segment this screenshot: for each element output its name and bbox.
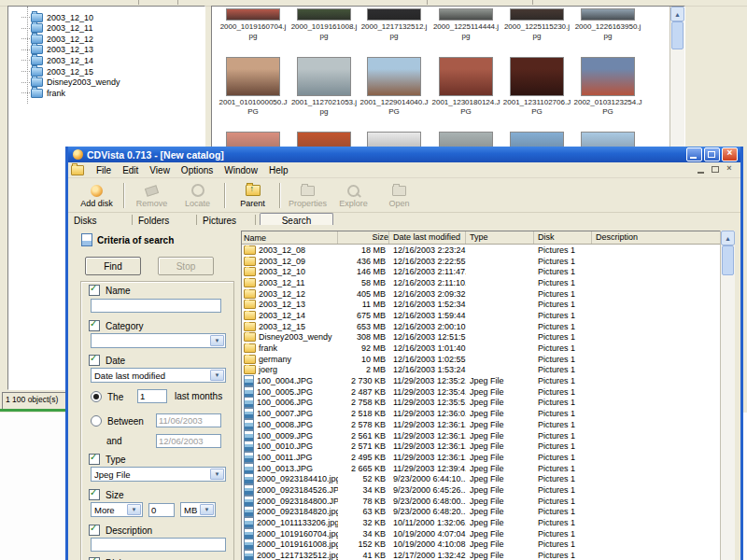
menu-item-help[interactable]: Help [263,165,294,175]
photo-thumbnail[interactable] [226,8,280,21]
photo-thumbnail[interactable] [297,57,351,96]
open-button[interactable]: Open [376,179,422,212]
file-row[interactable]: 100_0008.JPG2 578 KB11/29/2003 12:36:1..… [242,419,721,430]
remove-button[interactable]: Remove [129,179,175,212]
file-row[interactable]: 100_0007.JPG2 518 KB11/29/2003 12:36:0..… [242,408,721,419]
category-checkbox[interactable] [89,320,100,331]
file-row[interactable]: 2000_0923184410.jpg52 KB9/23/2000 6:44:1… [242,473,721,484]
date-from-input[interactable] [156,413,221,427]
photo-thumbnail[interactable] [367,8,421,21]
name-input[interactable] [91,299,221,313]
menu-item-view[interactable]: View [144,165,176,175]
scroll-up-icon[interactable]: ▲ [670,7,684,21]
scrollbar-thumb[interactable] [671,21,684,49]
folder-row[interactable]: 2003_12_15653 MB12/16/2003 2:00:10..Pict… [242,321,721,332]
size-unit-dropdown[interactable]: MB ▼ [180,502,216,517]
mdi-restore-button[interactable] [710,165,721,175]
mdi-close-button[interactable]: × [724,165,735,175]
folder-row[interactable]: germany10 MB12/16/2003 1:02:55..Pictures… [242,354,721,365]
file-row[interactable]: 2000_1019160704.jpg34 KB10/19/2000 4:07:… [242,528,721,539]
stop-button[interactable]: Stop [158,257,214,275]
file-row[interactable]: 100_0011.JPG2 495 KB11/29/2003 12:36:1..… [242,452,721,463]
explore-button[interactable]: Explore [331,179,376,212]
file-row[interactable]: 100_0005.JPG2 487 KB11/29/2003 12:35:4..… [242,386,721,398]
folder-row[interactable]: 2003_12_10146 MB12/16/2003 2:11:47..Pict… [242,266,721,277]
folder-row[interactable]: 2003_12_12405 MB12/16/2003 2:09:32..Pict… [242,288,721,300]
menu-item-options[interactable]: Options [176,165,218,175]
between-radio[interactable] [91,415,102,427]
find-button[interactable]: Find [85,257,141,275]
scrollbar-thumb[interactable] [722,245,734,275]
size-checkbox[interactable] [89,489,100,500]
photo-thumbnail[interactable] [367,57,421,96]
file-row[interactable]: 2000_1217132512.jpg41 KB12/17/2000 1:32:… [242,550,721,560]
type-checkbox[interactable] [89,454,100,465]
scroll-up-icon[interactable]: ▲ [721,231,735,245]
photo-thumbnail[interactable] [510,57,564,96]
file-row[interactable]: 100_0006.JPG2 758 KB11/29/2003 12:35:5..… [242,398,721,409]
file-row[interactable]: 100_0010.JPG2 571 KB11/29/2003 12:36:1..… [242,441,721,452]
file-row[interactable]: 2000_1011133206.jpg32 KB10/11/2000 1:32:… [242,517,721,528]
date-checkbox[interactable] [89,355,100,366]
the-radio[interactable] [91,391,102,402]
tree-item[interactable]: 2003_12_14 [21,55,93,65]
column-header-description[interactable]: Description [592,231,721,244]
size-value-input[interactable] [148,503,175,517]
menu-item-edit[interactable]: Edit [117,165,144,175]
column-header-size[interactable]: Size [338,231,389,244]
folder-row[interactable]: 2003_12_14675 MB12/16/2003 1:59:44..Pict… [242,310,721,321]
size-op-dropdown[interactable]: More ▼ [91,502,143,517]
tree-item[interactable]: Disney2003_wendy [21,77,120,88]
file-row[interactable]: 2000_0923184820.jpg63 KB9/23/2000 6:48:2… [242,507,721,518]
folder-row[interactable]: 2003_12_0818 MB12/16/2003 2:23:24..Pictu… [242,245,721,256]
date-mode-dropdown[interactable]: Date last modified ▼ [91,368,226,383]
parent-button[interactable]: Parent [230,179,275,212]
description-checkbox[interactable] [89,525,100,536]
file-row[interactable]: 100_0004.JPG2 730 KB11/29/2003 12:35:2..… [242,375,721,386]
description-input[interactable] [91,538,226,552]
folder-row[interactable]: 2003_12_1158 MB12/16/2003 2:11:10..Pictu… [242,277,721,288]
file-row[interactable]: 2000_1019161008.jpg152 KB10/19/2000 4:10… [242,539,721,551]
chevron-down-icon[interactable]: ▼ [127,504,141,515]
column-header-name[interactable]: Name [242,231,338,244]
tree-item[interactable]: 2003_12_11 [21,23,92,34]
column-header-type[interactable]: Type [466,231,534,244]
restore-button[interactable] [704,147,720,161]
file-row[interactable]: 2000_0923184526.JPG34 KB9/23/2000 6:45:2… [242,484,721,496]
properties-button[interactable]: Properties [285,179,331,212]
list-scrollbar[interactable]: ▲ [720,231,735,560]
photo-thumbnail[interactable] [510,8,564,21]
photo-thumbnail[interactable] [581,57,635,96]
minimize-button[interactable] [686,147,702,161]
mdi-minimize-button[interactable] [696,165,707,175]
months-count-input[interactable] [137,389,167,403]
title-bar[interactable]: CDVista 0.713 - [New catalog] × [68,147,740,162]
tree-item[interactable]: frank [21,88,65,98]
date-to-input[interactable] [156,434,221,448]
photo-thumbnail[interactable] [439,8,493,21]
chevron-down-icon[interactable]: ▼ [210,469,224,480]
type-dropdown[interactable]: Jpeg File ▼ [91,467,226,482]
add-disk-button[interactable]: Add disk [74,179,120,212]
chevron-down-icon[interactable]: ▼ [210,335,224,346]
close-button[interactable]: × [722,147,738,161]
photo-thumbnail[interactable] [439,57,493,96]
folder-row[interactable]: Disney2003_wendy308 MB12/16/2003 12:51:5… [242,332,721,343]
locate-button[interactable]: Locate [175,179,220,212]
chevron-down-icon[interactable]: ▼ [200,504,214,515]
chevron-down-icon[interactable]: ▼ [210,370,224,381]
menu-item-window[interactable]: Window [218,165,263,175]
column-header-disk[interactable]: Disk [534,231,592,244]
folder-row[interactable]: frank92 MB12/16/2003 1:01:40..Pictures 1 [242,343,721,354]
file-row[interactable]: 100_0009.JPG2 561 KB11/29/2003 12:36:1..… [242,430,721,441]
category-dropdown[interactable]: ▼ [91,333,226,348]
name-checkbox[interactable] [89,285,100,296]
photo-thumbnail[interactable] [581,8,635,21]
photo-thumbnail[interactable] [297,8,351,21]
menu-item-file[interactable]: File [91,165,117,175]
column-header-date-last-modified[interactable]: Date last modified [389,231,466,244]
folder-row[interactable]: joerg2 MB12/16/2003 1:53:24..Pictures 1 [242,365,721,376]
file-row[interactable]: 2000_0923184800.JPG78 KB9/23/2000 6:48:0… [242,496,721,507]
file-row[interactable]: 100_0013.JPG2 665 KB11/29/2003 12:39:4..… [242,463,721,474]
folder-row[interactable]: 2003_12_09436 MB12/16/2003 2:22:55..Pict… [242,256,721,267]
